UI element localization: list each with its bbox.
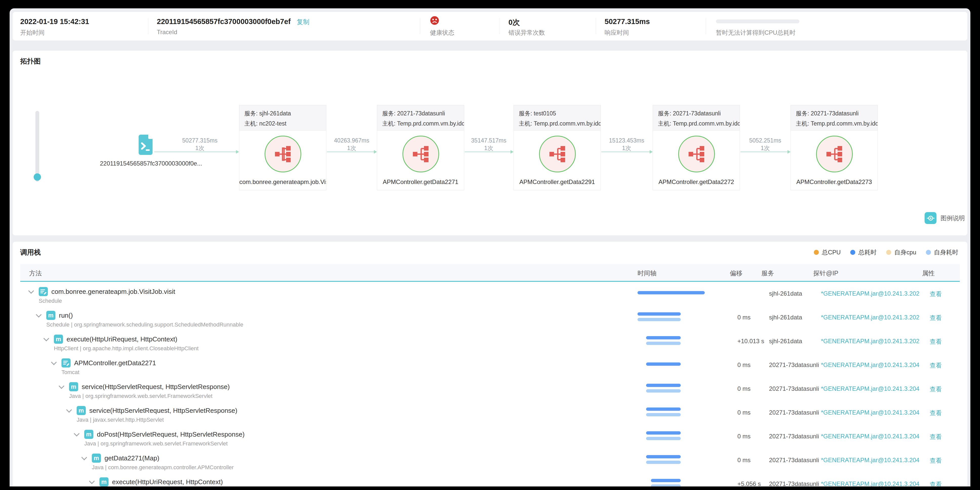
job-document-icon bbox=[39, 287, 48, 296]
legend-label: 总CPU bbox=[822, 248, 841, 256]
call-stack-row[interactable]: m execute(HttpUriRequest, HttpContext) +… bbox=[20, 475, 960, 487]
service-instance-icon[interactable] bbox=[402, 136, 439, 172]
service-instance-icon[interactable] bbox=[539, 136, 576, 172]
call-stack-row[interactable]: APMController.getData2271 Tomcat 0 ms 20… bbox=[20, 356, 960, 380]
traceid-value: 220119154565857fc3700003000f0eb7ef bbox=[157, 18, 291, 26]
view-attributes-link[interactable]: 查看 bbox=[930, 361, 942, 370]
col-offset: 偏移 bbox=[730, 269, 743, 278]
node-service: 服务: test0105 bbox=[519, 109, 601, 118]
trace-detail-page: 2022-01-19 15:42:31 开始时间 220119154565857… bbox=[10, 8, 970, 487]
service-name: 20271-73datasunli bbox=[769, 409, 825, 416]
call-stack-row[interactable]: m execute(HttpUriRequest, HttpContext) H… bbox=[20, 332, 960, 356]
timeline-bars bbox=[638, 427, 733, 451]
timeline-bars bbox=[638, 284, 733, 308]
view-attributes-link[interactable]: 查看 bbox=[930, 433, 942, 441]
response-time-value: 50277.315ms bbox=[605, 18, 650, 26]
total-time-bar bbox=[646, 455, 681, 458]
probe-ip-link[interactable]: *GENERATEAPM.jar@10.241.3.204 bbox=[821, 480, 930, 487]
view-attributes-link[interactable]: 查看 bbox=[930, 480, 942, 487]
method-detail: Schedule | org.springframework.schedulin… bbox=[46, 321, 243, 328]
node-service: 服务: 20271-73datasunli bbox=[382, 109, 464, 118]
chevron-down-icon[interactable] bbox=[74, 431, 80, 437]
view-attributes-link[interactable]: 查看 bbox=[930, 314, 942, 322]
call-stack-title: 调用栈 bbox=[20, 248, 41, 257]
method-icon: m bbox=[99, 477, 108, 487]
trace-script-icon[interactable] bbox=[138, 135, 153, 155]
legend-label: 总耗时 bbox=[858, 248, 877, 256]
chevron-down-icon[interactable] bbox=[89, 478, 95, 484]
call-stack-row[interactable]: m run() Schedule | org.springframework.s… bbox=[20, 308, 960, 332]
chevron-down-icon[interactable] bbox=[81, 455, 87, 460]
self-time-bar bbox=[646, 342, 681, 345]
method-detail: Tomcat bbox=[62, 369, 80, 376]
job-document-icon bbox=[62, 358, 71, 367]
probe-ip-link[interactable]: *GENERATEAPM.jar@10.241.3.202 bbox=[821, 290, 930, 297]
service-instance-icon[interactable] bbox=[265, 136, 301, 172]
method-name: service(HttpServletRequest, HttpServletR… bbox=[82, 383, 230, 391]
view-attributes-link[interactable]: 查看 bbox=[930, 385, 942, 393]
call-stack-row[interactable]: m service(HttpServletRequest, HttpServle… bbox=[20, 380, 960, 404]
error-count-label: 错误异常次数 bbox=[509, 29, 545, 37]
node-method: com.bonree.generateapm.job.Vis... bbox=[239, 179, 326, 185]
method-icon: m bbox=[69, 382, 78, 391]
chevron-down-icon[interactable] bbox=[28, 288, 34, 294]
node-service: 服务: sjhl-261data bbox=[244, 109, 326, 118]
view-attributes-link[interactable]: 查看 bbox=[930, 338, 942, 346]
error-count-value: 0次 bbox=[509, 18, 520, 27]
chevron-down-icon[interactable] bbox=[43, 335, 49, 342]
view-attributes-link[interactable]: 查看 bbox=[930, 456, 942, 465]
call-stack-row[interactable]: com.bonree.generateapm.job.VisitJob.visi… bbox=[20, 284, 960, 308]
topology-node[interactable]: 服务: 20271-73datasunli 主机: Temp.prd.comm.… bbox=[377, 105, 464, 190]
response-time-label: 响应时间 bbox=[605, 29, 629, 37]
view-attributes-link[interactable]: 查看 bbox=[930, 290, 942, 298]
call-stack-row[interactable]: m doPost(HttpServletRequest, HttpServlet… bbox=[20, 427, 960, 451]
chevron-down-icon[interactable] bbox=[51, 359, 57, 365]
total-time-bar bbox=[646, 407, 681, 411]
legend-button-label: 图例说明 bbox=[940, 214, 965, 222]
divider bbox=[148, 18, 148, 34]
self-time-bar bbox=[651, 484, 681, 487]
divider bbox=[500, 18, 500, 34]
copy-traceid-button[interactable]: 复制 bbox=[297, 18, 309, 25]
view-attributes-link[interactable]: 查看 bbox=[930, 409, 942, 417]
node-host: 主机: Temp.prd.comm.vm.by.idc.b... bbox=[519, 118, 601, 129]
edge-duration: 40263.967ms bbox=[324, 137, 379, 144]
timeline-bars bbox=[638, 451, 733, 475]
probe-ip-link[interactable]: *GENERATEAPM.jar@10.241.3.202 bbox=[821, 314, 930, 321]
method-name: execute(HttpUriRequest, HttpContext) bbox=[67, 335, 177, 343]
timeline-bars bbox=[638, 380, 733, 404]
probe-ip-link[interactable]: *GENERATEAPM.jar@10.241.3.202 bbox=[821, 338, 930, 345]
topology-node[interactable]: 服务: 20271-73datasunli 主机: Temp.prd.comm.… bbox=[653, 105, 740, 190]
chevron-down-icon[interactable] bbox=[59, 383, 65, 389]
service-instance-icon[interactable] bbox=[816, 136, 853, 172]
probe-ip-link[interactable]: *GENERATEAPM.jar@10.241.3.204 bbox=[821, 433, 930, 440]
legend-help-button[interactable]: 图例说明 bbox=[924, 212, 965, 224]
topology-node[interactable]: 服务: test0105 主机: Temp.prd.comm.vm.by.idc… bbox=[514, 105, 601, 190]
service-instance-icon[interactable] bbox=[678, 136, 715, 172]
edge-count: 1次 bbox=[461, 144, 517, 152]
service-name: 20271-73datasunli bbox=[769, 361, 825, 369]
total-time-bar bbox=[646, 362, 681, 366]
call-stack-row[interactable]: m service(HttpServletRequest, HttpServle… bbox=[20, 404, 960, 427]
health-label: 健康状态 bbox=[430, 29, 454, 37]
probe-ip-link[interactable]: *GENERATEAPM.jar@10.241.3.204 bbox=[821, 409, 930, 416]
call-stack-row[interactable]: m getData2271(Map) Java | com.bonree.gen… bbox=[20, 451, 960, 475]
zoom-slider-handle[interactable] bbox=[33, 173, 41, 181]
self-time-bar bbox=[646, 389, 681, 393]
total-time-bar bbox=[638, 291, 705, 294]
self-cpu-dot bbox=[886, 250, 891, 255]
col-method: 方法 bbox=[29, 269, 42, 278]
trace-summary-card: 2022-01-19 15:42:31 开始时间 220119154565857… bbox=[13, 12, 967, 40]
call-stack-card: 调用栈 总CPU 总耗时 自身cpu 自身耗时 方法 时间轴 偏移 服务 探针@… bbox=[13, 242, 967, 487]
chevron-down-icon[interactable] bbox=[36, 312, 42, 318]
topology-node[interactable]: 服务: 20271-73datasunli 主机: Temp.prd.comm.… bbox=[791, 105, 878, 190]
probe-ip-link[interactable]: *GENERATEAPM.jar@10.241.3.204 bbox=[821, 385, 930, 392]
zoom-slider[interactable] bbox=[35, 111, 39, 182]
self-time-bar bbox=[646, 437, 681, 440]
probe-ip-link[interactable]: *GENERATEAPM.jar@10.241.3.204 bbox=[821, 361, 930, 369]
probe-ip-link[interactable]: *GENERATEAPM.jar@10.241.3.204 bbox=[821, 456, 930, 464]
service-name: 20271-73datasunli bbox=[769, 433, 825, 440]
chevron-down-icon[interactable] bbox=[66, 407, 72, 413]
method-icon: m bbox=[76, 406, 86, 415]
topology-node[interactable]: 服务: sjhl-261data 主机: nc202-test com.bonr… bbox=[239, 105, 326, 190]
